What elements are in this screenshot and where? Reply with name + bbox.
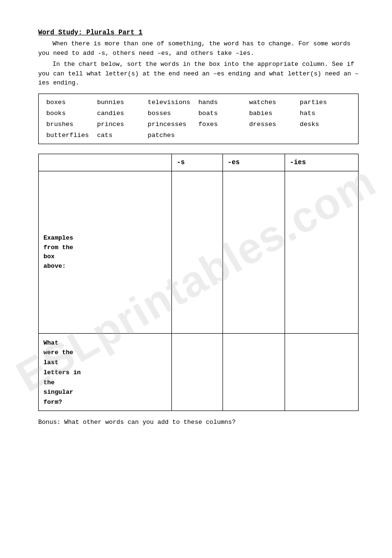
intro-line2: In the chart below, sort the words in th… <box>38 60 359 88</box>
word-item: dresses <box>249 121 300 128</box>
sort-table: -s -es -ies Examplesfrom theboxabove: Wh… <box>38 154 359 411</box>
word-item: watches <box>249 99 300 106</box>
word-item: hats <box>300 110 350 117</box>
word-item: patches <box>148 132 198 139</box>
examples-es-cell <box>222 171 285 333</box>
examples-row: Examplesfrom theboxabove: <box>39 171 359 333</box>
word-item: books <box>46 110 97 117</box>
header-col0 <box>39 154 172 171</box>
word-item: desks <box>300 121 350 128</box>
word-item <box>300 132 350 139</box>
word-item: babies <box>249 110 300 117</box>
word-item: princesses <box>148 121 198 128</box>
header-col2: -es <box>222 154 285 171</box>
table-header-row: -s -es -ies <box>39 154 359 171</box>
word-box: boxesbunniestelevisionshandswatchesparti… <box>38 94 359 144</box>
examples-ies-cell <box>285 171 359 333</box>
word-item: princes <box>97 121 148 128</box>
word-item: hands <box>198 99 249 106</box>
word-item <box>249 132 300 139</box>
word-item: brushes <box>46 121 97 128</box>
word-item: cats <box>97 132 148 139</box>
what-es-cell <box>222 333 285 411</box>
what-label: Whatwere thelastletters inthesingularfor… <box>39 333 172 411</box>
word-item: boats <box>198 110 249 117</box>
what-row: Whatwere thelastletters inthesingularfor… <box>39 333 359 411</box>
examples-s-cell <box>172 171 223 333</box>
word-item: boxes <box>46 99 97 106</box>
word-item: butterflies <box>46 132 97 139</box>
word-item: bosses <box>148 110 198 117</box>
word-item: parties <box>300 99 350 106</box>
word-item: televisions <box>148 99 198 106</box>
intro-line1: When there is more than one of something… <box>38 39 359 58</box>
word-item: candies <box>97 110 148 117</box>
what-ies-cell <box>285 333 359 411</box>
bonus-text: Bonus: What other words can you add to t… <box>38 419 359 426</box>
header-col1: -s <box>172 154 223 171</box>
word-item: bunnies <box>97 99 148 106</box>
word-item: foxes <box>198 121 249 128</box>
word-item <box>198 132 249 139</box>
word-grid: boxesbunniestelevisionshandswatchesparti… <box>46 99 350 139</box>
page-title: Word Study: Plurals Part 1 <box>38 29 359 36</box>
examples-label: Examplesfrom theboxabove: <box>39 171 172 333</box>
header-col3: -ies <box>285 154 359 171</box>
what-s-cell <box>172 333 223 411</box>
